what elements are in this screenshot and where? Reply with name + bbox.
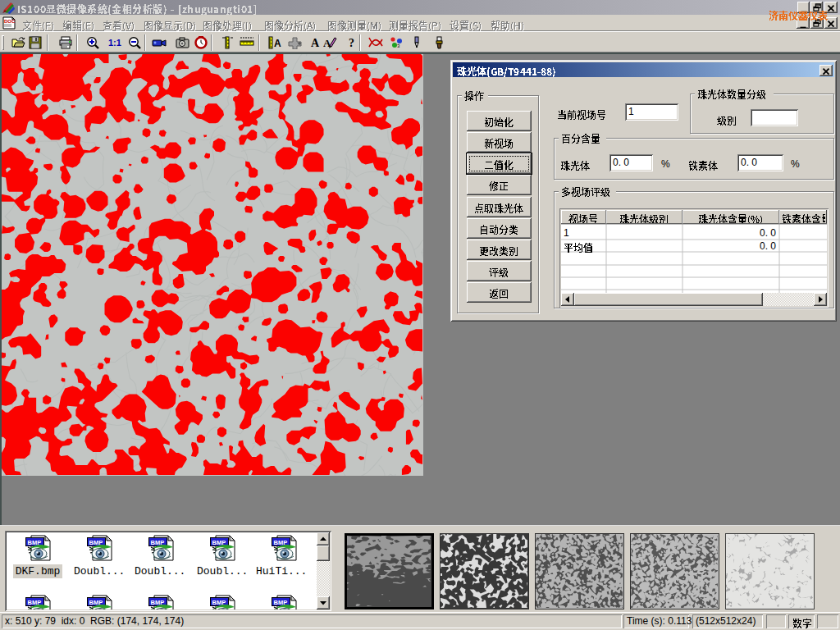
svg-text:?: ?	[349, 37, 354, 49]
svg-text:A: A	[274, 38, 281, 49]
svg-text:1:1: 1:1	[108, 38, 121, 48]
svg-text:A: A	[311, 37, 320, 49]
svg-text:3: 3	[397, 43, 400, 48]
svg-text:DOC: DOC	[4, 19, 16, 24]
